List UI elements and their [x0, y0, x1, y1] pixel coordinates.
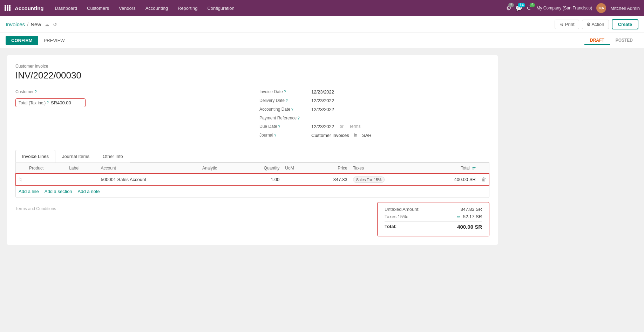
row-quantity[interactable]: 1.00	[240, 174, 282, 185]
breadcrumb-invoices-link[interactable]: Invoices	[6, 21, 25, 27]
payment-ref-label: Payment Reference ?	[259, 116, 309, 120]
journal-row: Journal ? Customer Invoices in SAR	[259, 133, 489, 138]
col-product: Product	[26, 163, 66, 174]
row-account[interactable]: 500001 Sales Account	[98, 174, 199, 185]
due-date-help[interactable]: ?	[278, 125, 280, 129]
user-name[interactable]: Mitchell Admin	[610, 6, 640, 11]
due-date-value[interactable]: 12/23/2022	[311, 124, 334, 129]
secondary-nav-actions: 🖨 Print ⚙ Action Create	[555, 19, 638, 29]
nav-configuration[interactable]: Configuration	[203, 4, 238, 13]
tax-edit-icon[interactable]: ✏	[457, 215, 460, 219]
breadcrumb-separator: /	[27, 21, 28, 27]
nav-vendors[interactable]: Vendors	[115, 4, 140, 13]
invoice-fields: Customer ? Total (Tax inc.) ? SR400.00	[15, 89, 489, 141]
row-drag-handle[interactable]: ⇅	[16, 174, 26, 185]
tabs: Invoice Lines Journal Items Other Info	[15, 150, 489, 162]
customer-field-row: Customer ?	[15, 89, 245, 94]
total-tax-input-box[interactable]: Total (Tax inc.) ? SR400.00	[15, 98, 86, 107]
delete-icon[interactable]: 🗑	[481, 177, 486, 182]
journal-value[interactable]: Customer Invoices	[311, 133, 349, 138]
col-price: Price	[311, 163, 350, 174]
svg-rect-3	[5, 7, 6, 9]
svg-rect-5	[9, 7, 11, 9]
add-note-link[interactable]: Add a note	[78, 189, 100, 194]
col-analytic: Analytic	[199, 163, 240, 174]
total-label: Total:	[385, 224, 396, 230]
svg-rect-8	[9, 9, 11, 11]
status-posted[interactable]: POSTED	[610, 36, 638, 45]
nav-dashboard[interactable]: Dashboard	[51, 4, 82, 13]
row-analytic[interactable]	[199, 174, 240, 185]
svg-rect-0	[5, 5, 6, 7]
tax-badge: Sales Tax 15%	[353, 177, 385, 183]
accounting-date-value[interactable]: 12/23/2022	[311, 107, 334, 112]
print-button[interactable]: 🖨 Print	[555, 20, 579, 29]
journal-help[interactable]: ?	[274, 133, 276, 137]
row-taxes[interactable]: Sales Tax 15%	[350, 174, 425, 185]
invoice-number: INV/2022/00030	[15, 70, 489, 81]
add-line-link[interactable]: Add a line	[19, 189, 39, 194]
tab-journal-items[interactable]: Journal Items	[55, 150, 96, 162]
total-tax-field-row: Total (Tax inc.) ? SR400.00	[15, 98, 245, 107]
col-taxes: Taxes	[350, 163, 425, 174]
confirm-button[interactable]: CONFIRM	[6, 36, 38, 45]
invoice-date-value[interactable]: 12/23/2022	[311, 89, 334, 95]
nav-customers[interactable]: Customers	[83, 4, 113, 13]
delivery-date-help[interactable]: ?	[286, 99, 288, 103]
currency-value[interactable]: SAR	[362, 133, 372, 138]
row-product[interactable]	[26, 174, 66, 185]
table-header-row: Product Label Account Analytic Quantity …	[16, 163, 489, 174]
secondary-navigation: Invoices / New ☁ ↺ 🖨 Print ⚙ Action Crea…	[0, 16, 644, 33]
untaxed-label: Untaxed Amount:	[385, 207, 420, 212]
create-button[interactable]: Create	[612, 19, 638, 29]
row-price[interactable]: 347.83	[311, 174, 350, 185]
due-date-row: Due Date ? 12/23/2022 or Terms	[259, 124, 489, 129]
payment-ref-help[interactable]: ?	[298, 116, 300, 120]
total-tax-help-icon[interactable]: ?	[47, 101, 49, 105]
timer-icon[interactable]: ⏱5	[527, 5, 532, 11]
app-title: Accounting	[15, 5, 44, 11]
customer-label: Customer ?	[15, 89, 57, 94]
total-tax-label: Total (Tax inc.) ?	[19, 101, 49, 105]
delivery-date-value[interactable]: 12/23/2022	[311, 98, 334, 103]
invoice-date-help[interactable]: ?	[284, 90, 286, 94]
app-grid-icon[interactable]	[4, 5, 11, 12]
cloud-icon[interactable]: ☁	[45, 22, 49, 27]
refresh-icon[interactable]: ↺	[53, 22, 57, 27]
tab-other-info[interactable]: Other Info	[96, 150, 130, 162]
main-content: Customer Invoice INV/2022/00030 Customer…	[0, 48, 644, 252]
tab-invoice-lines[interactable]: Invoice Lines	[15, 150, 55, 162]
avatar[interactable]: MA	[596, 3, 606, 13]
add-section-link[interactable]: Add a section	[45, 189, 72, 194]
in-text: in	[354, 133, 357, 138]
tabs-container: Invoice Lines Journal Items Other Info	[15, 150, 489, 162]
customer-help-icon[interactable]: ?	[35, 90, 37, 94]
adjust-columns-icon[interactable]: ⇄	[472, 166, 476, 171]
status-draft[interactable]: DRAFT	[584, 36, 610, 45]
col-quantity: Quantity	[240, 163, 282, 174]
svg-rect-2	[9, 5, 11, 7]
terms-link[interactable]: Terms	[349, 124, 361, 129]
row-uom[interactable]	[282, 174, 311, 185]
breadcrumb: Invoices / New ☁ ↺	[6, 21, 555, 27]
nav-accounting[interactable]: Accounting	[141, 4, 172, 13]
table-row[interactable]: ⇅ 500001 Sales Account 1.00 347.83 Sales…	[16, 174, 489, 185]
messages-icon[interactable]: 💬14	[515, 5, 522, 12]
nav-reporting[interactable]: Reporting	[174, 4, 202, 13]
invoice-lines-table-wrapper: Product Label Account Analytic Quantity …	[15, 162, 489, 198]
invoice-lines-table: Product Label Account Analytic Quantity …	[16, 163, 489, 185]
row-delete[interactable]: 🗑	[479, 174, 489, 185]
delivery-date-row: Delivery Date ? 12/23/2022	[259, 98, 489, 103]
preview-button[interactable]: PREVIEW	[42, 36, 66, 45]
total-value: 400.00 SR	[457, 224, 482, 230]
right-fields: Invoice Date ? 12/23/2022 Delivery Date …	[259, 89, 489, 141]
summary-box: Untaxed Amount: 347.83 SR Taxes 15%: ✏ 5…	[377, 202, 489, 236]
accounting-date-help[interactable]: ?	[291, 108, 293, 111]
left-fields: Customer ? Total (Tax inc.) ? SR400.00	[15, 89, 245, 141]
delivery-date-label: Delivery Date ?	[259, 98, 309, 103]
accounting-date-label: Accounting Date ?	[259, 107, 309, 112]
bottom-content: Terms and Conditions Untaxed Amount: 347…	[15, 202, 489, 236]
action-button[interactable]: ⚙ Action	[582, 20, 609, 29]
settings-icon[interactable]: ⚙?	[506, 5, 511, 12]
row-label[interactable]	[66, 174, 98, 185]
